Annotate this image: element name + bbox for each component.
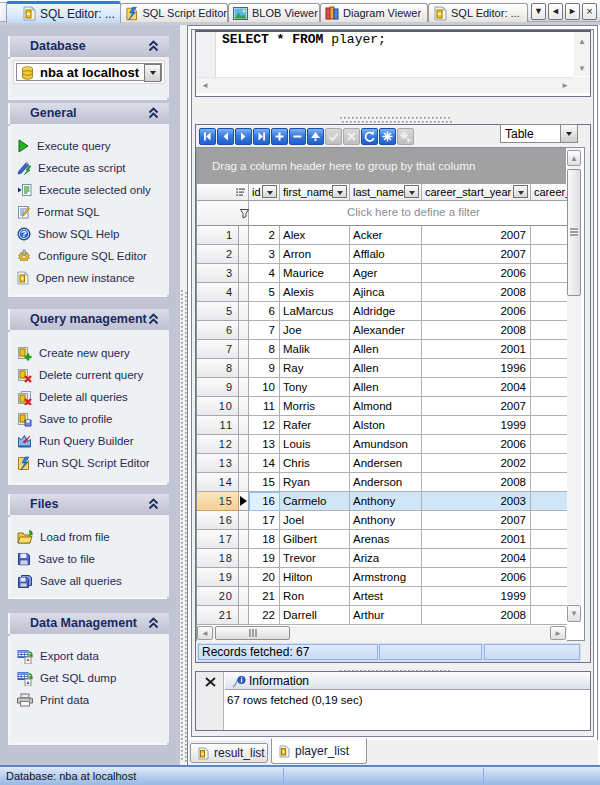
svg-text:?: ? <box>21 228 27 239</box>
